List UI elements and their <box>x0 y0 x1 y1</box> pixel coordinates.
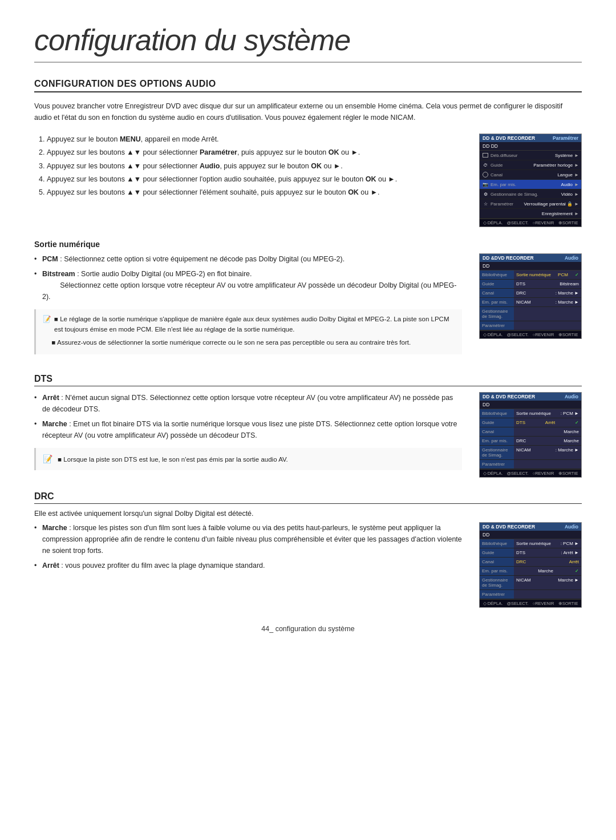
steps-section: Appuyez sur le bouton MENU, appareil en … <box>34 134 582 227</box>
screen1-footer: ◇ DÉPLA. @SELECT. ○REVENIR ⊕SORTIE <box>480 219 581 227</box>
screen2-mockup: DD &DVD RECORDER Audio DD Bibliothèque S… <box>479 253 582 339</box>
screen4-row-drc-marche: Em. par mis. Marche ✓ <box>480 567 581 576</box>
dts-content: Arrêt : N'émet aucun signal DTS. Sélecti… <box>34 392 582 478</box>
sortie-numerique-title: Sortie numérique <box>34 240 582 249</box>
drc-text: Marche : lorsque les pistes son d'un fil… <box>34 522 462 575</box>
screen1-dd-row: DD DD <box>480 142 581 151</box>
library-icon <box>482 152 489 159</box>
screen1-row-video: ⚙ Gestionnaire de Simag. Vidéo ► <box>480 189 581 199</box>
cam-icon: 📷 <box>482 181 489 188</box>
drc-bullet-arret: Arrêt : vous pouvez profiter du film ave… <box>34 560 462 571</box>
dts-note: 📝 ■ Lorsque la piste son DTS est lue, le… <box>34 448 462 470</box>
screen3-row-nicam: Gestionnaire de Simag. NICAM : Marche ► <box>480 446 581 460</box>
screen2-row-sortie: Bibliothèque Sortie numérique PCM ✓ <box>480 270 581 280</box>
screen1-row-horloge: ⏱ Guide Paramétrer horloge ► <box>480 160 581 170</box>
screen2-dd: DD <box>480 262 581 270</box>
drc-section: DRC Elle est activée uniquement lorsqu'u… <box>34 491 582 608</box>
screen3-mockup: DD & DVD RECORDER Audio DD Bibliothèque … <box>479 392 582 478</box>
sortie-note-2: ■ Assurez-vous de sélectionner la sortie… <box>43 337 455 348</box>
screen1-row-audio: 📷 Em. par mis. Audio ► <box>480 180 581 189</box>
screen1-header: DD & DVD RECORDER Paramétrer <box>480 134 581 142</box>
screen1-menu: Déb.diffuseur Système ► ⏱ Guide Paramétr… <box>480 151 581 219</box>
sortie-bullet-pcm: PCM : Sélectionnez cette option si votre… <box>34 253 462 265</box>
screen2-row-drc: Canal DRC : Marche ► <box>480 289 581 298</box>
intro-paragraph: Vous pouvez brancher votre Enregistreur … <box>34 100 582 123</box>
screen3-row-sortie: Bibliothèque Sortie numérique : PCM ► <box>480 409 581 418</box>
screen4-row-dts: Guide DTS : Arrêt ► <box>480 548 581 558</box>
dts-text: Arrêt : N'émet aucun signal DTS. Sélecti… <box>34 392 462 476</box>
drc-content: Marche : lorsque les pistes son d'un fil… <box>34 522 582 608</box>
drc-bullets: Marche : lorsque les pistes son d'un fil… <box>34 522 462 571</box>
screen4-header: DD & DVD RECORDER Audio <box>480 523 581 531</box>
note-icon: 📝 <box>43 453 52 465</box>
dts-bullets: Arrêt : N'émet aucun signal DTS. Sélecti… <box>34 392 462 441</box>
sortie-numerique-section: Sortie numérique PCM : Sélectionnez cett… <box>34 240 582 361</box>
gear-icon: ⚙ <box>482 191 489 197</box>
screen3-header: DD & DVD RECORDER Audio <box>480 393 581 401</box>
step-2: Appuyez sur les boutons ▲▼ pour sélectio… <box>47 147 462 159</box>
screen1-row-enreg: Enregistrement ► <box>480 209 581 219</box>
dts-bullet-marche: Marche : Emet un flot binaire DTS via la… <box>34 418 462 441</box>
screen3-row-dts-arret: Guide DTS Arrêt ✓ <box>480 418 581 427</box>
screen2-row-nicam: Em. par mis. NICAM : Marche ► <box>480 298 581 307</box>
drc-bullet-marche: Marche : lorsque les pistes son d'un fil… <box>34 522 462 556</box>
clock-icon: ⏱ <box>482 161 489 168</box>
steps-list: Appuyez sur le bouton MENU, appareil en … <box>34 134 462 227</box>
screen4-row-sortie: Bibliothèque Sortie numérique : PCM ► <box>480 539 581 548</box>
screen1-mockup: DD & DVD RECORDER Paramétrer DD DD Déb.d… <box>479 134 582 227</box>
sortie-numerique-text: PCM : Sélectionnez cette option si votre… <box>34 253 462 361</box>
dts-section: DTS Arrêt : N'émet aucun signal DTS. Sél… <box>34 374 582 478</box>
sortie-bullet-bitstream: Bitstream : Sortie audio Dolby Digital (… <box>34 268 462 302</box>
screen3-row-dts-marche: Canal Marche <box>480 427 581 437</box>
screen2-footer: ◇ DÉPLA. @SELECT. ○REVENIR ⊕SORTIE <box>480 330 581 338</box>
step-5: Appuyez sur les boutons ▲▼ pour sélectio… <box>47 187 462 199</box>
page-title: configuration du système <box>34 23 582 63</box>
step-3: Appuyez sur les boutons ▲▼ pour sélectio… <box>47 160 462 172</box>
screen3-menu: Bibliothèque Sortie numérique : PCM ► Gu… <box>480 409 581 469</box>
screen4-footer: ◇ DÉPLA. @SELECT. ○REVENIR ⊕SORTIE <box>480 599 581 607</box>
section-audio-heading: CONFIGURATION DES OPTIONS AUDIO <box>34 79 582 92</box>
screen3-footer: ◇ DÉPLA. @SELECT. ○REVENIR ⊕SORTIE <box>480 469 581 477</box>
screen2-row-gestionnaire: Gestionnaire de Simag. <box>480 307 581 321</box>
screen4-row-nicam: Gestionnaire de Simag. NICAM Marche ► <box>480 576 581 590</box>
screen4-row-param: Paramétrer <box>480 590 581 599</box>
screen2-header: DD &DVD RECORDER Audio <box>480 254 581 262</box>
screen1-row-systeme: Déb.diffuseur Système ► <box>480 151 581 160</box>
drc-intro: Elle est activée uniquement lorsqu'un si… <box>34 510 582 518</box>
sortie-note-box: 📝 ■ Le réglage de la sortie numérique s'… <box>34 309 462 354</box>
step-1: Appuyez sur le bouton MENU, appareil en … <box>47 134 462 146</box>
screen1-row-verrou: ☆ Paramétrer Verrouillage parental 🔒 ► <box>480 199 581 209</box>
lang-icon <box>482 171 489 178</box>
page-footer: 44_ configuration du système <box>34 625 582 633</box>
screen4-row-drc-arret: Canal DRC Arrêt <box>480 558 581 567</box>
drc-title: DRC <box>34 491 582 504</box>
screen2-submenu: Bibliothèque Sortie numérique PCM ✓ Guid… <box>480 270 581 330</box>
empty-icon <box>482 210 489 217</box>
screen1-header-right: Paramétrer <box>553 135 578 141</box>
step-4: Appuyez sur les boutons ▲▼ pour sélectio… <box>47 173 462 185</box>
screen4-menu: Bibliothèque Sortie numérique : PCM ► Gu… <box>480 539 581 599</box>
sortie-bullets: PCM : Sélectionnez cette option si votre… <box>34 253 462 302</box>
screen1-row-langue: Canal Langue ► <box>480 170 581 180</box>
screen2-row-dts: Guide DTS Bitstream <box>480 280 581 289</box>
sortie-numerique-content: PCM : Sélectionnez cette option si votre… <box>34 253 582 361</box>
dts-bullet-arret: Arrêt : N'émet aucun signal DTS. Sélecti… <box>34 392 462 415</box>
param-icon: ☆ <box>482 200 489 207</box>
screen3-row-drc: Em. par mis. DRC Marche <box>480 437 581 446</box>
screen2-row-param: Paramétrer <box>480 321 581 330</box>
screen4-mockup: DD & DVD RECORDER Audio DD Bibliothèque … <box>479 522 582 608</box>
sortie-note-1: 📝 ■ Le réglage de la sortie numérique s'… <box>43 314 455 335</box>
screen3-row-param: Paramétrer <box>480 460 581 469</box>
dts-title: DTS <box>34 374 582 386</box>
screen1-header-left: DD & DVD RECORDER <box>483 135 535 141</box>
